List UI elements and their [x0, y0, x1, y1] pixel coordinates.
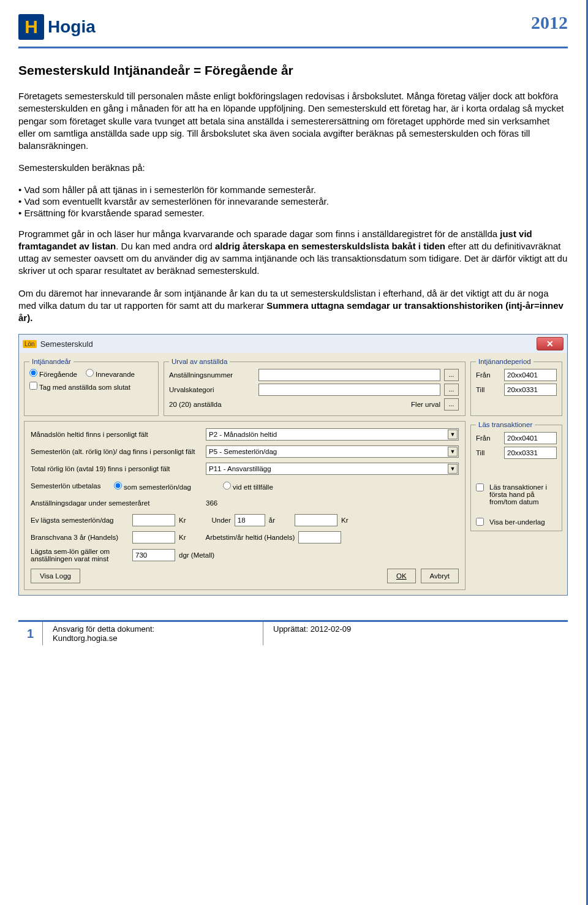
label-las-from: Från — [476, 434, 500, 442]
page-title: Semesterskuld Intjänandeår = Föregående … — [18, 63, 568, 78]
label-semlon: Semesterlön (alt. rörlig lön)/ dag finns… — [31, 448, 202, 455]
label-anstnr: Anställningsnummer — [169, 371, 255, 379]
dialog-titlebar: Lön Semesterskuld ✕ — [19, 335, 567, 353]
input-period-from[interactable] — [504, 369, 557, 381]
input-las-from[interactable] — [504, 432, 557, 444]
unit-kr-1: Kr — [179, 517, 186, 524]
label-period-till: Till — [476, 386, 500, 393]
page-footer: 1 Ansvarig för detta dokument: Kundtorg.… — [18, 620, 568, 645]
chevron-down-icon: ▼ — [448, 447, 458, 456]
input-anstnr[interactable] — [258, 369, 440, 381]
close-icon: ✕ — [546, 339, 554, 349]
legend-intjperiod: Intjänandeperiod — [476, 358, 533, 365]
dialog-title-text: Semesterskuld — [40, 339, 93, 349]
label-under: Under — [212, 517, 231, 524]
unit-dgr: dgr (Metall) — [179, 551, 214, 559]
label-anstdagar: Anställningsdagar under semesteråret — [31, 499, 202, 507]
input-dgr-metall[interactable] — [132, 549, 175, 561]
page-header: H Hogia 2012 — [18, 12, 568, 48]
paragraph-4: Om du däremot har innevarande år som int… — [18, 287, 568, 325]
label-branschvana: Branschvana 3 år (Handels) — [31, 534, 129, 541]
calc-on-heading: Semesterskulden beräknas på: — [18, 162, 568, 174]
input-las-till[interactable] — [504, 447, 557, 459]
input-under-ar[interactable] — [235, 514, 265, 526]
main-settings-panel: Månadslön heltid finns i personligt fält… — [24, 421, 466, 590]
fieldset-urval: Urval av anställda Anställningsnummer ..… — [164, 358, 466, 416]
avbryt-button[interactable]: Avbryt — [421, 569, 459, 583]
dialog-window: Lön Semesterskuld ✕ Intjänandeår Föregåe… — [18, 334, 568, 596]
combo-manadslon[interactable]: P2 - Månadslön heltid ▼ — [206, 428, 459, 441]
ok-button[interactable]: OK — [387, 569, 416, 583]
legend-intjanandear: Intjänandeår — [29, 358, 74, 365]
footer-date: Upprättat: 2012-02-09 — [263, 622, 361, 645]
label-manadslon: Månadslön heltid finns i personligt fält — [31, 431, 202, 438]
input-under-kr[interactable] — [295, 514, 337, 526]
bullet-2: • Vad som eventuellt kvarstår av semeste… — [18, 196, 568, 206]
checkbox-las-fromtom[interactable]: Läs transaktioner i första hand på from/… — [476, 483, 557, 506]
browse-urvalskat-button[interactable]: ... — [444, 384, 459, 396]
unit-kr-3: Kr — [179, 534, 186, 541]
label-utbetalas: Semesterlön utbetalas — [31, 482, 110, 490]
radio-innevarande[interactable]: Innevarande — [86, 369, 135, 378]
legend-las: Läs transaktioner — [476, 421, 535, 428]
logo-icon: H — [18, 14, 44, 40]
bullet-1: • Vad som håller på att tjänas in i seme… — [18, 184, 568, 195]
fieldset-intjperiod: Intjänandeperiod Från Till — [470, 358, 562, 416]
label-fler: Fler urval — [258, 401, 440, 408]
input-lagsta-semlon[interactable] — [132, 514, 175, 526]
year: 2012 — [531, 12, 568, 33]
intro-paragraph: Företagets semesterskuld till personalen… — [18, 90, 568, 152]
page-number: 1 — [18, 622, 43, 645]
checkbox-visa-ber[interactable]: Visa ber-underlag — [476, 518, 557, 526]
input-urvalskat[interactable] — [258, 384, 440, 396]
input-branschvana[interactable] — [132, 531, 175, 543]
browse-fler-button[interactable]: ... — [444, 398, 459, 411]
combo-rorlig[interactable]: P11 - Ansvarstillägg ▼ — [206, 463, 459, 475]
unit-ar: år — [269, 517, 275, 524]
radio-foregaende[interactable]: Föregående — [29, 369, 77, 378]
paragraph-3: Programmet går in och läser hur många kv… — [18, 228, 568, 278]
visa-logg-button[interactable]: Visa Logg — [31, 569, 80, 583]
logo: H Hogia — [18, 12, 123, 42]
label-lagsta-semlon: Ev lägsta semesterlön/dag — [31, 517, 129, 524]
radio-ett-tillfalle[interactable]: vid ett tillfälle — [223, 482, 273, 491]
label-period-from: Från — [476, 371, 500, 379]
footer-responsible: Ansvarig för detta dokument: Kundtorg.ho… — [43, 622, 263, 645]
input-period-till[interactable] — [504, 384, 557, 396]
chevron-down-icon: ▼ — [448, 464, 458, 474]
logo-text: Hogia — [48, 17, 96, 37]
bullet-list: • Vad som håller på att tjänas in i seme… — [18, 184, 568, 218]
lon-icon: Lön — [23, 340, 37, 348]
input-arbetstim[interactable] — [298, 531, 341, 543]
label-arbetstim: Arbetstim/år heltid (Handels) — [206, 534, 295, 541]
value-anstdagar: 366 — [206, 499, 217, 507]
label-urvalskat: Urvalskategori — [169, 386, 255, 393]
fieldset-las-transaktioner: Läs transaktioner Från Till Läs transakt… — [470, 421, 562, 531]
close-button[interactable]: ✕ — [537, 337, 564, 350]
label-count: 20 (20) anställda — [169, 401, 255, 408]
label-lagsta-metall: Lägsta sem-lön gäller om anställningen v… — [31, 548, 129, 562]
fieldset-intjanandear: Intjänandeår Föregående Innevarande Tag … — [24, 358, 159, 416]
chevron-down-icon: ▼ — [448, 430, 458, 439]
browse-anstnr-button[interactable]: ... — [444, 369, 459, 381]
label-las-till: Till — [476, 449, 500, 456]
legend-urval: Urval av anställda — [169, 358, 230, 365]
label-rorlig: Total rörlig lön (avtal 19) finns i pers… — [31, 465, 202, 472]
bullet-3: • Ersättning för kvarstående sparad seme… — [18, 208, 568, 218]
radio-per-dag[interactable]: som semesterlön/dag — [114, 482, 191, 491]
checkbox-slutat[interactable]: Tag med anställda som slutat — [29, 382, 130, 391]
combo-semlon[interactable]: P5 - Semesterlön/dag ▼ — [206, 445, 459, 458]
unit-kr-2: Kr — [341, 517, 349, 524]
